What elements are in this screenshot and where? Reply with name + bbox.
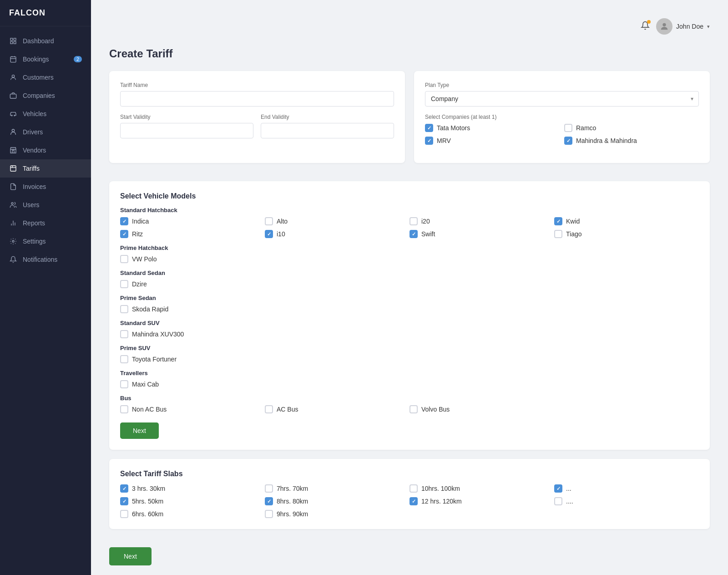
slab-checkbox-s4[interactable] bbox=[554, 484, 562, 493]
user-menu[interactable]: John Doe ▾ bbox=[656, 18, 710, 35]
company-item-ramco[interactable]: Ramco bbox=[564, 124, 699, 132]
slab-item-s6[interactable]: 8hrs. 80km bbox=[265, 497, 410, 505]
vehicle-checkbox-tiago[interactable] bbox=[554, 230, 562, 238]
company-checkbox-mahindra[interactable] bbox=[564, 137, 572, 145]
vehicle-item-alto[interactable]: Alto bbox=[265, 217, 410, 225]
vehicle-checkbox-vwpolo[interactable] bbox=[120, 255, 128, 263]
vehicle-group-title: Standard Sedan bbox=[120, 270, 699, 276]
vehicle-item-i20[interactable]: i20 bbox=[410, 217, 554, 225]
vehicle-item-kwid[interactable]: Kwid bbox=[554, 217, 699, 225]
sidebar-item-invoices[interactable]: Invoices bbox=[0, 178, 91, 196]
vehicle-checkbox-skodarapid[interactable] bbox=[120, 305, 128, 313]
sidebar-item-vehicles[interactable]: Vehicles bbox=[0, 105, 91, 123]
plan-type-label: Plan Type bbox=[425, 82, 699, 88]
vehicle-checkbox-maxicab[interactable] bbox=[120, 380, 128, 388]
vehicle-item-mahindra_xuv300[interactable]: Mahindra XUV300 bbox=[120, 330, 265, 338]
vehicle-item-volvobus[interactable]: Volvo Bus bbox=[410, 405, 554, 413]
vehicle-item-tiago[interactable]: Tiago bbox=[554, 230, 699, 238]
vehicle-item-dzire[interactable]: Dzire bbox=[120, 280, 265, 288]
svg-point-11 bbox=[14, 115, 15, 116]
vehicle-item-toyota_fortuner[interactable]: Toyota Fortuner bbox=[120, 355, 265, 363]
vehicle-checkbox-nonacbus[interactable] bbox=[120, 405, 128, 413]
vehicle-next-button[interactable]: Next bbox=[120, 422, 159, 439]
vehicle-item-maxicab[interactable]: Maxi Cab bbox=[120, 380, 265, 388]
slab-item-s10[interactable]: 9hrs. 90km bbox=[265, 510, 410, 518]
sidebar-item-vendors[interactable]: Vendors bbox=[0, 141, 91, 159]
slab-item-s5[interactable]: 5hrs. 50km bbox=[120, 497, 265, 505]
user-icon bbox=[9, 73, 17, 81]
vehicle-label-i20: i20 bbox=[421, 218, 430, 225]
slab-checkbox-s3[interactable] bbox=[410, 484, 418, 493]
start-validity-input[interactable] bbox=[120, 123, 253, 138]
svg-rect-13 bbox=[10, 166, 16, 171]
slab-item-s9[interactable]: 6hrs. 60km bbox=[120, 510, 265, 518]
companies-grid: Tata MotorsRamcoMRVMahindra & Mahindra bbox=[425, 124, 699, 145]
vehicle-checkbox-ritz[interactable] bbox=[120, 230, 128, 238]
slab-checkbox-s6[interactable] bbox=[265, 497, 273, 505]
sidebar-item-drivers[interactable]: Drivers bbox=[0, 123, 91, 141]
sidebar-item-companies[interactable]: Companies bbox=[0, 87, 91, 105]
vehicle-group-grid-prime-suv: Toyota Fortuner bbox=[120, 355, 699, 363]
vehicle-group-title: Prime SUV bbox=[120, 345, 699, 351]
notification-bell[interactable] bbox=[641, 21, 650, 32]
company-item-mrv[interactable]: MRV bbox=[425, 137, 560, 145]
sidebar-item-dashboard[interactable]: Dashboard bbox=[0, 32, 91, 50]
plan-type-select-wrap: Company Individual ▾ bbox=[425, 91, 699, 107]
slab-checkbox-s1[interactable] bbox=[120, 484, 128, 493]
slab-checkbox-s7[interactable] bbox=[410, 497, 418, 505]
vehicle-item-skodarapid[interactable]: Skoda Rapid bbox=[120, 305, 265, 313]
slab-item-s3[interactable]: 10hrs. 100km bbox=[410, 484, 554, 493]
company-item-tata[interactable]: Tata Motors bbox=[425, 124, 560, 132]
sidebar-item-settings[interactable]: Settings bbox=[0, 232, 91, 250]
sidebar-item-bookings[interactable]: Bookings2 bbox=[0, 50, 91, 68]
slab-checkbox-s5[interactable] bbox=[120, 497, 128, 505]
sidebar-item-label: Bookings bbox=[23, 56, 49, 63]
slab-item-s1[interactable]: 3 hrs. 30km bbox=[120, 484, 265, 493]
slab-checkbox-s8[interactable] bbox=[554, 497, 562, 505]
slab-item-s2[interactable]: 7hrs. 70km bbox=[265, 484, 410, 493]
slab-checkbox-s9[interactable] bbox=[120, 510, 128, 518]
vehicle-checkbox-volvobus[interactable] bbox=[410, 405, 418, 413]
vehicle-item-i10[interactable]: i10 bbox=[265, 230, 410, 238]
vehicle-group-title: Standard SUV bbox=[120, 320, 699, 326]
sidebar-item-notifications[interactable]: Notifications bbox=[0, 250, 91, 269]
vehicle-item-indica[interactable]: Indica bbox=[120, 217, 265, 225]
company-item-mahindra[interactable]: Mahindra & Mahindra bbox=[564, 137, 699, 145]
doc-icon bbox=[9, 183, 17, 191]
slab-item-s7[interactable]: 12 hrs. 120km bbox=[410, 497, 554, 505]
vehicle-checkbox-dzire[interactable] bbox=[120, 280, 128, 288]
vehicle-item-swift[interactable]: Swift bbox=[410, 230, 554, 238]
vehicle-item-nonacbus[interactable]: Non AC Bus bbox=[120, 405, 265, 413]
vehicle-checkbox-alto[interactable] bbox=[265, 217, 273, 225]
company-checkbox-ramco[interactable] bbox=[564, 124, 572, 132]
sidebar-item-customers[interactable]: Customers bbox=[0, 68, 91, 87]
tariff-name-input[interactable] bbox=[120, 91, 394, 107]
slab-checkbox-s2[interactable] bbox=[265, 484, 273, 493]
end-validity-input[interactable] bbox=[261, 123, 394, 138]
vehicle-checkbox-i20[interactable] bbox=[410, 217, 418, 225]
bottom-next-button[interactable]: Next bbox=[109, 547, 152, 565]
sidebar-item-reports[interactable]: Reports bbox=[0, 214, 91, 232]
vehicle-group-grid-bus: Non AC BusAC BusVolvo Bus bbox=[120, 405, 699, 413]
vehicle-checkbox-toyota_fortuner[interactable] bbox=[120, 355, 128, 363]
slab-checkbox-s10[interactable] bbox=[265, 510, 273, 518]
vehicle-checkbox-indica[interactable] bbox=[120, 217, 128, 225]
vehicle-models-title: Select Vehicle Models bbox=[120, 192, 699, 200]
people-icon bbox=[9, 201, 17, 209]
sidebar-item-tariffs[interactable]: Tariffs bbox=[0, 159, 91, 178]
vehicle-checkbox-mahindra_xuv300[interactable] bbox=[120, 330, 128, 338]
vehicle-checkbox-kwid[interactable] bbox=[554, 217, 562, 225]
vehicle-checkbox-i10[interactable] bbox=[265, 230, 273, 238]
company-checkbox-tata[interactable] bbox=[425, 124, 433, 132]
vehicle-item-acbus[interactable]: AC Bus bbox=[265, 405, 410, 413]
vehicle-checkbox-acbus[interactable] bbox=[265, 405, 273, 413]
company-label-ramco: Ramco bbox=[576, 124, 596, 132]
company-checkbox-mrv[interactable] bbox=[425, 137, 433, 145]
plan-type-select[interactable]: Company Individual bbox=[425, 91, 699, 107]
vehicle-item-vwpolo[interactable]: VW Polo bbox=[120, 255, 265, 263]
slab-item-s8[interactable]: .... bbox=[554, 497, 699, 505]
sidebar-item-users[interactable]: Users bbox=[0, 196, 91, 214]
slab-item-s4[interactable]: ... bbox=[554, 484, 699, 493]
vehicle-item-ritz[interactable]: Ritz bbox=[120, 230, 265, 238]
vehicle-checkbox-swift[interactable] bbox=[410, 230, 418, 238]
